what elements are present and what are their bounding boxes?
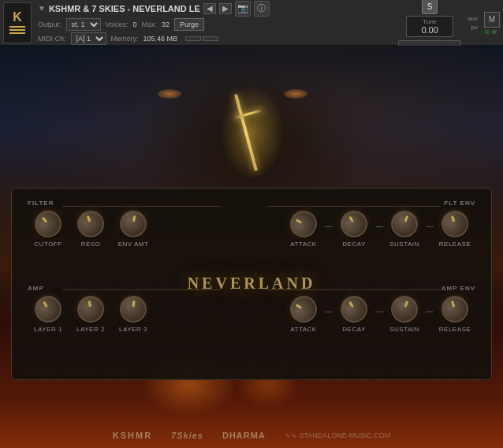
footer: KSHMR 7Skies DHARMA ∿∿ STANDALONE-MUSIC.… [0, 431, 503, 440]
tune-display: Tune 0.00 [406, 16, 453, 37]
layer3-group: LAYER 3 [113, 296, 154, 333]
amp-decay-knob[interactable] [336, 291, 372, 327]
s-button[interactable]: S [422, 0, 438, 14]
reso-group: RESO [70, 211, 111, 248]
instrument-title: KSHMR & 7 SKIES - NEVERLAND LE [49, 4, 200, 13]
flt-attack-label: ATTACK [290, 241, 316, 248]
flt-attack-knob[interactable] [285, 206, 322, 242]
cutoff-knob[interactable] [29, 205, 67, 243]
top-bar: K ▼ KSHMR & 7 SKIES - NEVERLAND LE ◀ ▶ 📷… [0, 0, 503, 46]
amp-sustain-group: SUSTAIN [384, 296, 425, 333]
flt-attack-group: ATTACK [283, 211, 324, 248]
dash-6: — [425, 307, 434, 315]
amp-attack-label: ATTACK [290, 326, 316, 333]
filter-label: FILTER [28, 200, 54, 207]
control-panel: FILTER FLT ENV AMP AMP ENV NEVERLAND CUT… [11, 188, 492, 380]
layer1-label: LAYER 1 [34, 326, 62, 333]
flt-env-knobs-row: ATTACK — DECAY — SUSTAIN — RELEASE [283, 211, 475, 248]
neverland-text: NEVERLAND [188, 274, 316, 293]
layer1-knob[interactable] [30, 291, 66, 327]
logo-k: K [13, 11, 22, 24]
midi-channel-select[interactable]: [A] 1 [71, 32, 106, 45]
max-label: Max: [142, 21, 158, 28]
inner-panel: FILTER FLT ENV AMP AMP ENV NEVERLAND CUT… [21, 196, 482, 370]
layer2-group: LAYER 2 [70, 296, 111, 333]
pv-label: pv [468, 24, 478, 31]
flt-decay-label: DECAY [342, 241, 365, 248]
eye-left [158, 89, 181, 99]
brand-standalone: ∿∿ STANDALONE-MUSIC.COM [285, 431, 390, 439]
flt-env-label: FLT ENV [444, 200, 475, 207]
max-value: 32 [162, 21, 170, 28]
divider-top-left [62, 206, 220, 207]
dropdown-icon: ▼ [38, 4, 46, 13]
purge-button[interactable]: Purge [174, 18, 204, 31]
cutoff-group: CUTOFF [28, 211, 69, 248]
flt-decay-knob[interactable] [336, 206, 372, 242]
midi-label: MIDI Ch: [38, 35, 66, 43]
aux-label: aux [468, 15, 478, 22]
filter-knobs-row: CUTOFF RESO ENV AMT [28, 211, 154, 248]
memory-label: Memory: [111, 35, 139, 43]
brand-7skies: 7Skies [171, 431, 203, 440]
memory-value: 105.46 MB [143, 35, 178, 43]
layer1-group: LAYER 1 [28, 296, 69, 333]
prev-btn[interactable]: ◀ [203, 3, 216, 14]
amp-decay-label: DECAY [342, 326, 365, 333]
flt-release-label: RELEASE [439, 241, 471, 248]
brand-dharma: DHARMA [222, 431, 266, 440]
output-label: Output: [38, 21, 61, 28]
layer3-knob[interactable] [119, 295, 148, 324]
layer3-label: LAYER 3 [119, 326, 147, 333]
flt-sustain-label: SUSTAIN [389, 241, 419, 248]
tune-label: Tune [423, 18, 437, 25]
amp-sustain-label: SUSTAIN [389, 326, 419, 333]
envamt-label: ENV AMT [118, 241, 149, 248]
amp-release-group: RELEASE [434, 296, 475, 333]
amp-sustain-knob[interactable] [387, 292, 422, 327]
main-content: FILTER FLT ENV AMP AMP ENV NEVERLAND CUT… [0, 46, 503, 448]
cutoff-label: CUTOFF [34, 241, 61, 248]
logo-lines [9, 26, 25, 34]
amp-attack-group: ATTACK [283, 296, 324, 333]
flt-release-knob[interactable] [438, 207, 472, 241]
amp-knobs-row: LAYER 1 LAYER 2 LAYER 3 [28, 296, 154, 333]
voices-label: Voices: [106, 21, 129, 28]
amp-decay-group: DECAY [333, 296, 374, 333]
dash-1: — [324, 222, 333, 230]
divider-top-right [267, 206, 441, 207]
layer2-label: LAYER 2 [76, 326, 105, 333]
voices-value: 0 [133, 21, 137, 28]
amp-env-label: AMP ENV [442, 285, 475, 292]
amp-release-knob[interactable] [438, 292, 472, 327]
weapon-glow [221, 85, 284, 180]
camera-icon[interactable]: 📷 [235, 1, 251, 17]
next-btn[interactable]: ▶ [219, 3, 232, 14]
amp-release-label: RELEASE [439, 326, 471, 333]
output-select[interactable]: st. 1 [66, 18, 101, 31]
dash-5: — [374, 307, 384, 315]
flt-sustain-knob[interactable] [387, 207, 422, 241]
info-icon[interactable]: ⓘ [254, 1, 270, 17]
eye-right [284, 89, 307, 99]
envamt-knob[interactable] [117, 208, 148, 239]
brand-kshmr: KSHMR [113, 431, 152, 440]
reso-label: RESO [81, 241, 101, 248]
flt-sustain-group: SUSTAIN [384, 211, 425, 248]
amp-label: AMP [28, 285, 44, 292]
logo: K [3, 2, 32, 43]
dash-4: — [324, 307, 333, 315]
m-button[interactable]: M [484, 12, 500, 28]
dash-2: — [374, 222, 384, 230]
dash-3: — [425, 222, 434, 230]
envamt-group: ENV AMT [113, 211, 154, 248]
amp-attack-knob[interactable] [285, 291, 322, 327]
layer2-knob[interactable] [75, 293, 106, 324]
reso-knob[interactable] [73, 207, 108, 241]
amp-env-knobs-row: ATTACK — DECAY — SUSTAIN — RELEASE [283, 296, 475, 333]
tune-value: 0.00 [421, 25, 438, 35]
flt-decay-group: DECAY [333, 211, 374, 248]
flt-release-group: RELEASE [434, 211, 475, 248]
